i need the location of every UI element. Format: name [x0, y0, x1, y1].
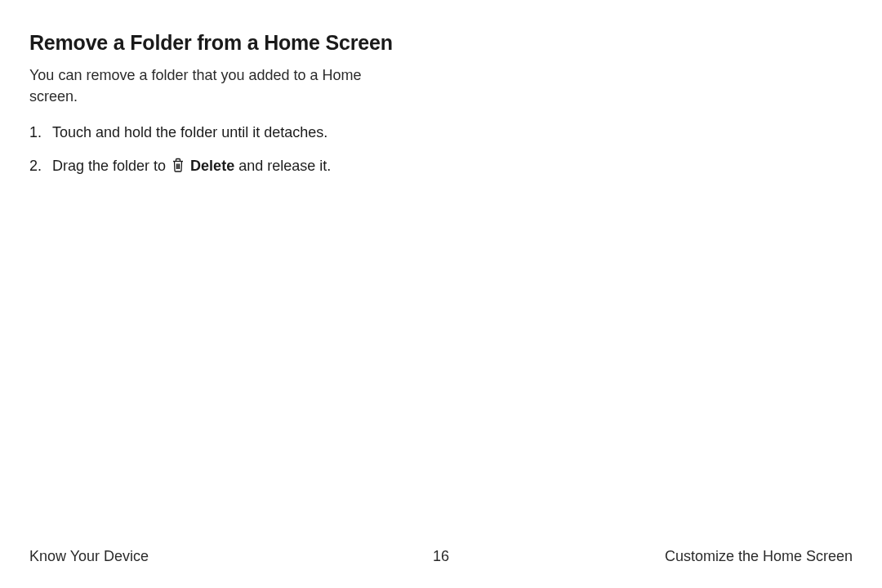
step-item: Touch and hold the folder until it detac…	[29, 122, 853, 144]
step-text: Touch and hold the folder until it detac…	[52, 124, 327, 140]
step-text-suffix: and release it.	[234, 158, 331, 174]
step-text-bold: Delete	[190, 158, 234, 174]
page-footer: Know Your Device 16 Customize the Home S…	[29, 548, 853, 565]
page-number: 16	[433, 548, 449, 565]
step-text-prefix: Drag the folder to	[52, 158, 170, 174]
trash-icon	[172, 157, 185, 179]
section-heading: Remove a Folder from a Home Screen	[29, 31, 853, 55]
footer-left: Know Your Device	[29, 548, 149, 565]
step-item: Drag the folder to Delete and release it…	[29, 155, 853, 179]
intro-paragraph: You can remove a folder that you added t…	[29, 65, 372, 107]
steps-list: Touch and hold the folder until it detac…	[29, 122, 853, 179]
footer-right: Customize the Home Screen	[665, 548, 853, 565]
